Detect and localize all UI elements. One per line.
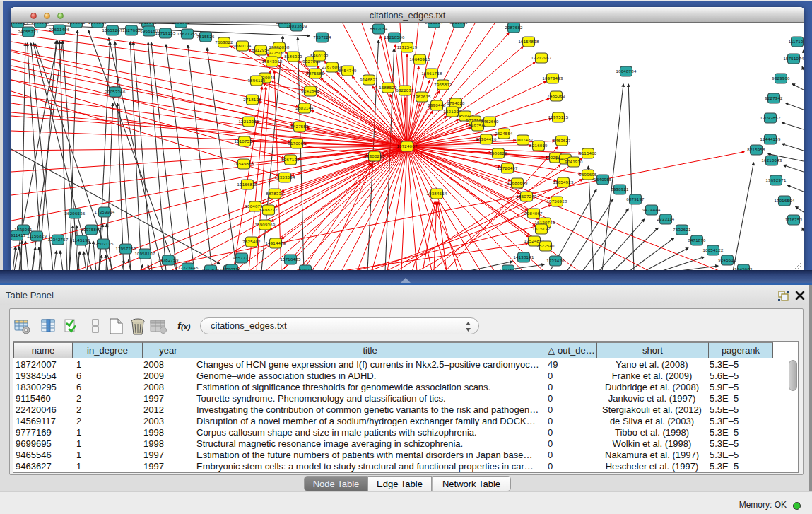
svg-text:6879197: 6879197 [626,197,645,201]
svg-text:7462660: 7462660 [481,119,499,124]
svg-text:1201931: 1201931 [172,23,190,25]
svg-text:9242848: 9242848 [301,89,319,93]
svg-text:9896119: 9896119 [247,78,265,83]
svg-text:26206536: 26206536 [64,211,85,216]
svg-text:10975867: 10975867 [81,228,101,232]
svg-text:9084067: 9084067 [524,211,543,216]
svg-text:9146821: 9146821 [360,78,378,82]
svg-text:24055721: 24055721 [18,30,38,34]
svg-text:16154838: 16154838 [518,40,539,44]
svg-text:10807487: 10807487 [512,138,533,142]
svg-text:10107554: 10107554 [234,139,254,144]
svg-text:16640910: 16640910 [409,57,430,62]
svg-text:19166825: 19166825 [237,182,257,187]
svg-text:12342757: 12342757 [47,238,68,242]
svg-text:1362615: 1362615 [413,95,431,99]
svg-text:6216019: 6216019 [529,144,548,148]
svg-text:1615132: 1615132 [532,227,551,231]
svg-text:8471876: 8471876 [688,238,706,243]
svg-text:1527602: 1527602 [122,28,141,33]
svg-text:2087682: 2087682 [505,25,523,30]
svg-text:8813054: 8813054 [370,27,388,31]
svg-text:10719155: 10719155 [155,31,175,35]
svg-text:15720407: 15720407 [497,166,517,170]
svg-text:9463627: 9463627 [553,139,571,143]
svg-text:1733426: 1733426 [546,259,565,263]
svg-text:9170063: 9170063 [288,141,306,146]
svg-text:17359934: 17359934 [94,210,114,214]
svg-text:12213967: 12213967 [531,56,551,60]
svg-text:19384554: 19384554 [426,192,447,196]
svg-text:8427552: 8427552 [290,124,309,129]
svg-text:14914479: 14914479 [265,241,286,245]
svg-text:18724007: 18724007 [396,144,417,148]
svg-text:1640955: 1640955 [594,177,612,182]
svg-text:10973493: 10973493 [542,76,563,81]
svg-text:13654923: 13654923 [553,180,573,185]
svg-text:5498222: 5498222 [259,208,278,212]
svg-text:8938921: 8938921 [611,187,629,192]
svg-text:20691406: 20691406 [49,28,69,32]
svg-text:8215958: 8215958 [747,148,765,152]
svg-text:10756928: 10756928 [546,199,567,204]
svg-text:3624554: 3624554 [495,132,513,136]
svg-text:11325419: 11325419 [397,45,418,49]
svg-text:9327503: 9327503 [266,51,284,55]
svg-text:9227342: 9227342 [765,96,783,100]
svg-text:6322037: 6322037 [396,88,414,93]
svg-text:6794028: 6794028 [447,101,465,105]
svg-text:16782759: 16782759 [158,258,178,262]
svg-text:15716485: 15716485 [280,257,300,262]
svg-text:9301931: 9301931 [449,23,468,25]
svg-text:13692971: 13692971 [765,178,786,182]
svg-text:10958107: 10958107 [134,252,155,256]
svg-text:15751074: 15751074 [783,57,804,61]
svg-text:1093831: 1093831 [67,23,86,25]
svg-text:7986322: 7986322 [489,151,507,156]
svg-text:1116753: 1116753 [785,218,803,222]
svg-text:7625402: 7625402 [242,240,261,244]
svg-text:9245612: 9245612 [718,258,736,262]
svg-text:16648784: 16648784 [616,69,636,74]
svg-text:16210643: 16210643 [761,158,782,163]
svg-text:16549855: 16549855 [233,162,254,166]
svg-text:9699695: 9699695 [579,173,597,177]
svg-text:15909369: 15909369 [254,223,275,227]
svg-text:2718126: 2718126 [243,98,261,102]
svg-text:1483909: 1483909 [31,23,49,25]
svg-text:26364436: 26364436 [476,137,496,141]
svg-text:11156829: 11156829 [27,234,47,238]
svg-text:8990448: 8990448 [428,103,446,107]
svg-text:9115460: 9115460 [579,151,596,156]
svg-text:12213369: 12213369 [238,119,259,124]
svg-text:2803144: 2803144 [295,106,314,110]
svg-text:9657771: 9657771 [233,256,251,260]
svg-text:2933114: 2933114 [657,217,674,221]
svg-text:12093852: 12093852 [760,116,780,120]
svg-text:9474444: 9474444 [642,208,661,212]
svg-text:3911413: 3911413 [11,233,26,238]
svg-text:7515526: 7515526 [196,35,215,39]
svg-text:18607249: 18607249 [516,194,536,199]
svg-text:17016504: 17016504 [774,199,794,203]
svg-text:16033809: 16033809 [286,24,307,28]
svg-text:16543362: 16543362 [261,59,282,64]
svg-text:1117193: 1117193 [789,40,804,44]
svg-text:14138141: 14138141 [513,255,534,259]
svg-text:12444159: 12444159 [760,137,780,141]
svg-text:23300293: 23300293 [364,154,384,158]
svg-text:2093813: 2093813 [88,23,107,25]
svg-text:7485063: 7485063 [547,94,565,98]
svg-text:10054122: 10054122 [702,248,723,252]
svg-text:8454749: 8454749 [339,69,357,73]
svg-text:9329966: 9329966 [772,76,790,81]
svg-text:8267130: 8267130 [281,158,300,162]
svg-text:7357224: 7357224 [313,35,331,40]
svg-text:7663822: 7663822 [215,40,233,45]
svg-text:1588520: 1588520 [379,86,397,90]
svg-text:7955812: 7955812 [434,83,452,87]
svg-text:10653267: 10653267 [102,28,122,33]
svg-text:8912093: 8912093 [139,23,157,25]
svg-text:7632621: 7632621 [673,228,691,232]
svg-text:16671355: 16671355 [177,32,197,36]
